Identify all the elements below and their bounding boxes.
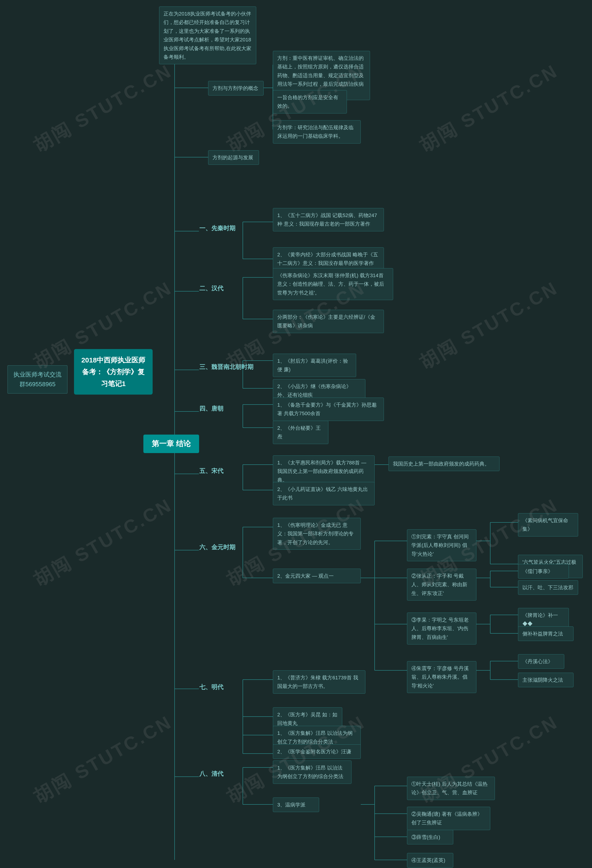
song-dai-era: 五、宋代 <box>199 467 223 475</box>
xian-qin-2-node: 2、《黄帝内经》大部分成书战国 略晚于《五十二病方》意义：我国没存最早的医学著作 <box>273 247 384 271</box>
chapter-text: 第一章 结论 <box>152 440 191 448</box>
watermark-text-10: 胡闯 STUTC.CN <box>29 710 177 809</box>
tang-dai-era: 四、唐朝 <box>199 404 223 413</box>
liming-node: ③李杲：字明之 号东垣老人、后尊称李东垣、'内伤脾胃、百病由生' <box>407 613 477 645</box>
qing-wenbing-3-node: ③薛雪(生白) <box>407 830 453 844</box>
wei-jin-1-node: 1、《肘后方》葛葛洪(评价：验 便 廉) <box>273 354 356 377</box>
fangji-fazhan-text: 方剂的起源与发展 <box>213 155 253 161</box>
wei-jin-2-text: 2、《小品方》继《伤寒杂病论》外、还有论细疾 <box>277 384 351 398</box>
intro-text: 正在为2018执业医师考试备考的小伙伴们，想必都已经开始准备自己的复习计划了，这… <box>163 11 252 60</box>
jin-yuan-era: 六、金元时期 <box>199 543 235 551</box>
jin-yuan-2-node: 2、金元四大家 — 观点一 <box>273 569 361 583</box>
han-dai-era: 二、汉代 <box>199 284 223 292</box>
jin-yuan-text: 六、金元时期 <box>199 544 235 551</box>
xian-qin-1-node: 1、《五十二病方》战国 记载52病、药物247种 意义：我国现存最古老的一部医方… <box>273 208 384 232</box>
zhangcong-book-text: 《儒门事亲》 <box>522 568 553 574</box>
qing-wenbing-1-node: ①叶天士(桂) 后人为其总结《温热论》创立卫、气、营、血辨证 <box>407 777 495 800</box>
watermark-text-3: 胡闯 STUTC.CN <box>415 59 563 158</box>
ming-dai-era: 七、明代 <box>199 683 223 691</box>
zhudanxi-method-node: 主张滋阴降火之法 <box>518 673 573 687</box>
title-text: 2018中西师执业医师备考：《方剂学》复习笔记1 <box>81 356 145 387</box>
chapter-label: 第一章 结论 <box>144 435 199 453</box>
watermark-text-6: 胡闯 STUTC.CN <box>415 276 563 375</box>
tang-dai-2-text: 2、《外台秘要》王焘 <box>277 425 321 440</box>
zhudanxi-text: ④朱震亨：字彦修 号丹溪翁、后人尊称朱丹溪。倡导'相火论' <box>411 666 469 689</box>
song-dai-2-node: 2、《小儿药证直诀》钱乙 六味地黄丸出于此书 <box>273 482 374 505</box>
wei-jin-text: 三、魏晋南北朝时期 <box>199 363 253 370</box>
qing-item1-node: 1、《医方集解》汪昂 以治法为纲创立了方剂的综合分类法 <box>273 760 351 784</box>
zhudanxi-method-text: 主张滋阴降火之法 <box>522 677 563 683</box>
qing-wenbing-3-text: ③薛雪(生白) <box>411 834 440 840</box>
qing-wenbing-2-node: ②吴鞠通(瑭) 著有《温病条辨》创了三焦辨证 <box>407 807 490 830</box>
qing-wenbing-4-text: ④王孟英(孟英) <box>411 858 445 863</box>
tang-dai-2-node: 2、《外台秘要》王焘 <box>273 421 329 444</box>
zhudanxi-book-node: 《丹溪心法》 <box>518 654 564 669</box>
zhangcong-book-node: 《儒门事亲》 <box>518 564 569 579</box>
qing-item1-text: 1、《医方集解》汪昂 以治法为纲创立了方剂的综合分类法 <box>277 765 343 779</box>
fangji-gainian-text: 方剂与方剂学的概念 <box>213 85 258 91</box>
han-dai-1-node: 《伤寒杂病论》东汉末期 张仲景(机) 载方314首 意义：创造性的融理、法、方、… <box>273 268 393 300</box>
liudong-book-node: 《素问病机气宜保命集》 <box>518 513 578 536</box>
zhudanxi-book-text: 《丹溪心法》 <box>522 658 553 664</box>
liming-method-text: 侧补补益脾胃之法 <box>522 631 563 636</box>
qing-dai-era: 八、清代 <box>199 770 223 778</box>
ming-dai-3-text: 1、《医方集解》汪昂 以治法为纲创立了方剂的综合分类法 <box>277 730 353 745</box>
han-dai-sub-text: 分两部分：《伤寒论》主要是六经辨证/《金匮要略》讲杂病 <box>277 314 375 328</box>
qing-wenbing-node: 3、温病学派 <box>273 797 319 812</box>
tang-dai-1-text: 1、《备急千金要方》与《千金翼方》孙思邈著 共载方7500余首 <box>277 402 377 416</box>
liming-text: ③李杲：字明之 号东垣老人、后尊称李东垣、'内伤脾胃、百病由生' <box>411 617 469 640</box>
song-right-detail: 我国历史上第一部由政府颁发的成药药典。 <box>389 456 499 471</box>
fangji-xue-node: 方剂学：研究治法与配伍规律及临床运用的一门基础临床学科。 <box>273 120 361 143</box>
xian-qin-2-text: 2、《黄帝内经》大部分成书战国 略晚于《五十二病方》意义：我国没存最早的医学著作 <box>277 252 378 266</box>
tang-dai-1-node: 1、《备急千金要方》与《千金翼方》孙思邈著 共载方7500余首 <box>273 398 384 421</box>
zhudanxi-node: ④朱震亨：字彦修 号丹溪翁、后人尊称朱丹溪。倡导'相火论' <box>407 661 477 693</box>
title-box: 2018中西师执业医师备考：《方剂学》复习笔记1 <box>74 349 152 394</box>
liudong-text: ①刘完素：字守真 创河间学派(后人尊称刘河间) 倡导'火热论' <box>411 534 469 557</box>
wei-jin-era: 三、魏晋南北朝时期 <box>199 363 253 371</box>
tang-dai-text: 四、唐朝 <box>199 405 223 412</box>
ming-dai-1-node: 1、《普济方》朱棣 载方61739首 我国最大的一部古方书。 <box>273 670 366 694</box>
song-dai-text: 五、宋代 <box>199 467 223 474</box>
han-dai-sub-node: 分两部分：《伤寒论》主要是六经辨证/《金匮要略》讲杂病 <box>273 310 384 333</box>
ming-dai-4-node: 2、《医学金鉴附名医方论》汪谦 <box>273 744 361 759</box>
sidebar-box: 执业医师考试交流群569558965 <box>7 365 68 394</box>
intro-box: 正在为2018执业医师考试备考的小伙伴们，想必都已经开始准备自己的复习计划了，这… <box>159 6 256 64</box>
ming-dai-4-text: 2、《医学金鉴附名医方论》汪谦 <box>277 749 351 754</box>
liudong-node: ①刘完素：字守真 创河间学派(后人尊称刘河间) 倡导'火热论' <box>407 529 477 561</box>
jin-yuan-1-node: 1、《伤寒明理论》金成无已 意义：我国第一部详析方剂理论的专著，开创了方论的先河… <box>273 518 361 550</box>
zhangcong-node: ②张从正：字子和 号戴人、师从刘完素、称由新生、评东'攻正' <box>407 569 477 601</box>
main-container: 胡闯 STUTC.CN 胡闯 STUTC.CN 胡闯 STUTC.CN 胡闯 S… <box>0 0 592 868</box>
qing-wenbing-text: 3、温病学派 <box>277 802 305 807</box>
liudong-book-text: 《素问病机气宜保命集》 <box>522 518 568 532</box>
qing-wenbing-4-node: ④王孟英(孟英) <box>407 853 453 868</box>
fangji-safe-node: 一旨合格的方剂应是安全有效的。 <box>273 90 347 114</box>
liming-book-text: 《脾胃论》补一◆◆ <box>522 612 558 627</box>
song-right-text: 我国历史上第一部由政府颁发的成药药典。 <box>393 461 490 467</box>
xian-qin-text: 一、先秦时期 <box>199 225 235 232</box>
song-dai-1-text: 1、《太平惠民和剂局方》载方788首 — 我国历史上第一部由政府颁发的成药药典。 <box>277 460 366 483</box>
zhangcong-method-text: 以汗、吐、下三法攻邪 <box>522 585 573 590</box>
watermark-text-1: 胡闯 STUTC.CN <box>29 59 177 158</box>
wei-jin-1-text: 1、《肘后方》葛葛洪(评价：验 便 廉) <box>277 358 348 372</box>
song-dai-2-text: 2、《小儿药证直诀》钱乙 六味地黄丸出于此书 <box>277 486 368 501</box>
fangji-fazhan-node: 方剂的起源与发展 <box>208 150 259 165</box>
zhangcong-text: ②张从正：字子和 号戴人、师从刘完素、称由新生、评东'攻正' <box>411 573 467 596</box>
han-dai-1-text: 《伤寒杂病论》东汉末期 张仲景(机) 载方314首 意义：创造性的融理、法、方、… <box>277 273 384 296</box>
sidebar-label: 执业医师考试交流群569558965 <box>13 371 62 388</box>
qing-dai-text: 八、清代 <box>199 770 223 777</box>
jin-yuan-1-text: 1、《伤寒明理论》金成无已 意义：我国第一部详析方剂理论的专著，开创了方论的先河… <box>277 522 354 545</box>
fangji-safe-text: 一旨合格的方剂应是安全有效的。 <box>277 94 338 109</box>
qing-wenbing-1-text: ①叶天士(桂) 后人为其总结《温热论》创立卫、气、营、血辨证 <box>411 781 487 796</box>
ming-dai-1-text: 1、《普济方》朱棣 载方61739首 我国最大的一部古方书。 <box>277 675 358 689</box>
zhangcong-method-node: 以汗、吐、下三法攻邪 <box>518 580 578 595</box>
han-dai-text: 二、汉代 <box>199 285 223 292</box>
watermark-text-7: 胡闯 STUTC.CN <box>29 493 177 592</box>
ming-dai-2-text: 2、《医方考》吴昆 如：如回地黄丸 <box>277 712 337 726</box>
jin-yuan-2-text: 2、金元四大家 — 观点一 <box>277 573 334 579</box>
liming-method-node: 侧补补益脾胃之法 <box>518 626 573 641</box>
ming-dai-text: 七、明代 <box>199 683 223 691</box>
fangji-gainian-node: 方剂与方剂学的概念 <box>208 81 263 96</box>
qing-wenbing-2-text: ②吴鞠通(瑭) 著有《温病条辨》创了三焦辨证 <box>411 811 482 825</box>
xian-qin-era: 一、先秦时期 <box>199 224 235 232</box>
xian-qin-1-text: 1、《五十二病方》战国 记载52病、药物247种 意义：我国现存最古老的一部医方… <box>277 213 377 227</box>
